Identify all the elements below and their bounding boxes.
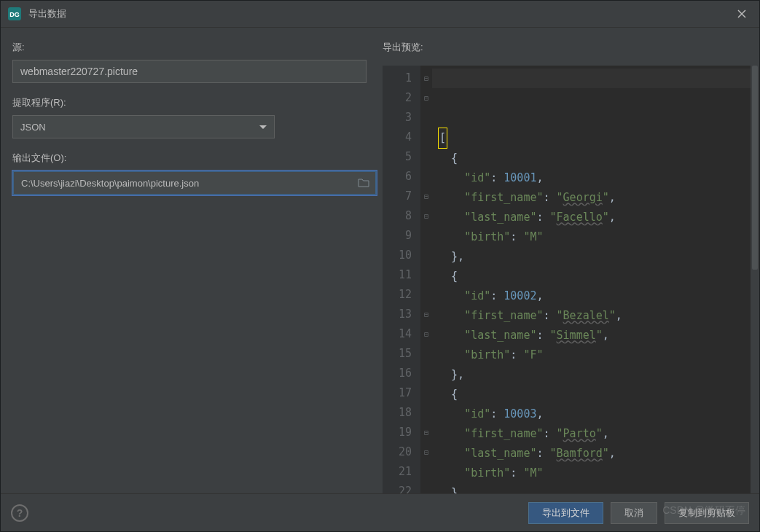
- output-label: 输出文件(O):: [12, 152, 368, 165]
- copy-to-clipboard-button[interactable]: 复制到剪贴板: [665, 502, 749, 524]
- app-icon: DG: [8, 7, 21, 20]
- fold-column: ⊟⊟⊟⊟⊟⊟⊟⊟: [420, 66, 432, 493]
- extractor-value: JSON: [20, 122, 46, 133]
- export-button[interactable]: 导出到文件: [528, 502, 603, 524]
- left-panel: 源: webmaster220727.picture 提取程序(R): JSON…: [1, 28, 380, 493]
- footer: ? 导出到文件 取消 复制到剪贴板: [1, 493, 759, 531]
- scrollbar-thumb[interactable]: [752, 66, 758, 270]
- current-line-highlight: [432, 69, 751, 88]
- right-panel: 导出预览: 1234567891011121314151617181920212…: [380, 28, 759, 493]
- extractor-select[interactable]: JSON: [12, 115, 275, 138]
- output-value: C:\Users\jiazi\Desktop\paimon\picture.js…: [21, 178, 358, 189]
- code-area: [ { "id": 10001, "first_name": "Georgi",…: [432, 66, 751, 493]
- output-group: 输出文件(O): C:\Users\jiazi\Desktop\paimon\p…: [12, 152, 368, 195]
- source-value: webmaster220727.picture: [20, 66, 138, 77]
- source-label: 源:: [12, 41, 368, 54]
- export-dialog: DG 导出数据 源: webmaster220727.picture 提取程序(…: [0, 0, 760, 532]
- source-input[interactable]: webmaster220727.picture: [12, 60, 367, 83]
- preview-label: 导出预览:: [380, 41, 759, 54]
- dialog-body: 源: webmaster220727.picture 提取程序(R): JSON…: [1, 28, 759, 493]
- svg-text:DG: DG: [9, 11, 20, 18]
- titlebar: DG 导出数据: [1, 1, 759, 28]
- help-icon[interactable]: ?: [11, 504, 28, 522]
- cancel-button[interactable]: 取消: [611, 502, 657, 524]
- preview-editor[interactable]: 12345678910111213141516171819202122 ⊟⊟⊟⊟…: [383, 66, 759, 493]
- window-title: 导出数据: [28, 7, 66, 20]
- vertical-scrollbar[interactable]: [751, 66, 759, 493]
- extractor-group: 提取程序(R): JSON: [12, 96, 368, 138]
- gutter: 12345678910111213141516171819202122: [383, 66, 420, 493]
- source-group: 源: webmaster220727.picture: [12, 41, 368, 83]
- output-file-input[interactable]: C:\Users\jiazi\Desktop\paimon\picture.js…: [12, 171, 377, 195]
- close-icon[interactable]: [732, 4, 752, 24]
- chevron-down-icon: [259, 125, 267, 129]
- code-lines: [ { "id": 10001, "first_name": "Georgi",…: [438, 128, 751, 493]
- folder-icon[interactable]: [358, 177, 369, 189]
- extractor-label: 提取程序(R):: [12, 96, 368, 109]
